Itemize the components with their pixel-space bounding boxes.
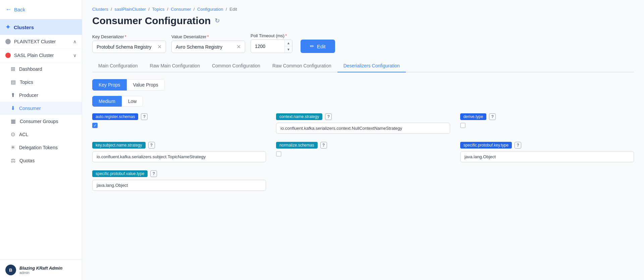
spinner-down[interactable]: ▼	[285, 46, 292, 53]
breadcrumb-part-0[interactable]: Clusters	[92, 7, 108, 12]
dashboard-icon: ⊞	[11, 66, 15, 72]
prop-input-specific-protobuf-key-type[interactable]	[460, 151, 634, 162]
acl-icon: ⊙	[11, 131, 15, 137]
clusters-icon: ✦	[5, 23, 10, 31]
priority-buttons: MediumLow	[92, 96, 634, 107]
consumer-groups-icon: ▦	[11, 118, 16, 124]
prop-item-specific-protobuf-key-type: specific.protobuf.key.type?	[460, 142, 634, 162]
breadcrumb-part-3[interactable]: Consumer	[171, 7, 191, 12]
help-icon-normalize-schemas[interactable]: ?	[320, 142, 327, 149]
tab-common-config[interactable]: Common Configuration	[206, 60, 266, 72]
prop-header-context-name-strategy: context.name.strategy?	[276, 113, 450, 120]
prop-item-key-subject-name-strategy: key.subject.name.strategy?	[92, 142, 266, 162]
prop-tag-derive-type: derive.type	[460, 113, 487, 120]
prop-checkbox-wrap-normalize-schemas	[276, 151, 450, 157]
breadcrumb-part-5: Edit	[229, 7, 237, 12]
spinner-up[interactable]: ▲	[285, 40, 292, 46]
prop-header-derive-type: derive.type?	[460, 113, 634, 120]
help-icon-context-name-strategy[interactable]: ?	[325, 113, 332, 120]
prop-tag-specific-protobuf-key-type: specific.protobuf.key.type	[460, 142, 512, 149]
prop-input-context-name-strategy[interactable]	[276, 123, 450, 134]
prop-checkbox-auto-register-schemas[interactable]: ✓	[92, 123, 98, 128]
help-icon-auto-register-schemas[interactable]: ?	[141, 113, 148, 120]
consumer-label: Consumer	[19, 106, 41, 111]
edit-button-label: Edit	[317, 44, 326, 49]
plaintext-cluster-label: PLAINTEXT Cluster	[14, 39, 56, 44]
clusters-label: Clusters	[14, 24, 34, 30]
sidebar-item-delegation-tokens[interactable]: ✳ Delegation Tokens	[0, 141, 82, 154]
sub-tabs: Key PropsValue Props	[92, 79, 634, 91]
breadcrumb-part-1[interactable]: saslPlainCluster	[115, 7, 146, 12]
poll-timeout-label: Poll Timeout (ms)*	[251, 33, 292, 38]
back-button[interactable]: ← Back	[0, 0, 82, 19]
prop-tag-normalize-schemas: normalize.schemas	[276, 142, 317, 149]
prop-checkbox-derive-type[interactable]	[460, 123, 466, 128]
help-icon-specific-protobuf-key-type[interactable]: ?	[515, 142, 521, 149]
cluster-dot-red	[5, 53, 11, 58]
delegation-tokens-icon: ✳	[11, 144, 15, 151]
priority-btn-low[interactable]: Low	[122, 96, 143, 107]
edit-button[interactable]: ✏ Edit	[301, 40, 335, 53]
prop-tag-specific-protobuf-value-type: specific.protobuf.value.type	[92, 170, 148, 177]
consumer-icon: ⬇	[11, 105, 15, 111]
sidebar-item-producer[interactable]: ⬆ Producer	[0, 89, 82, 102]
prop-checkbox-wrap-auto-register-schemas: ✓	[92, 123, 266, 128]
prop-header-specific-protobuf-key-type: specific.protobuf.key.type?	[460, 142, 634, 149]
value-deserializer-clear[interactable]: ✕	[236, 44, 241, 50]
user-profile: B Blazing KRaft Admin admin	[0, 260, 82, 280]
breadcrumb-part-4[interactable]: Configuration	[197, 7, 223, 12]
prop-input-specific-protobuf-value-type[interactable]	[92, 180, 266, 191]
clusters-section[interactable]: ✦ Clusters	[0, 19, 82, 35]
poll-timeout-input[interactable]	[251, 41, 284, 52]
sidebar-item-acl[interactable]: ⊙ ACL	[0, 128, 82, 141]
sidebar-item-consumer[interactable]: ⬇ Consumer	[0, 102, 82, 115]
consumer-groups-label: Consumer Groups	[20, 119, 58, 124]
sub-tab-key-props[interactable]: Key Props	[92, 79, 127, 91]
sasl-cluster-item[interactable]: SASL Plain Cluster ∨	[0, 49, 82, 62]
sub-tab-value-props[interactable]: Value Props	[127, 79, 165, 91]
priority-btn-medium[interactable]: Medium	[92, 96, 122, 107]
sasl-cluster-label: SASL Plain Cluster	[14, 53, 54, 58]
topics-label: Topics	[20, 79, 33, 85]
tab-deserializers[interactable]: Deserializers Configuration	[337, 60, 406, 72]
plaintext-cluster-item[interactable]: PLAINTEXT Cluster ∧	[0, 35, 82, 49]
tab-raw-main[interactable]: Raw Main Configuration	[144, 60, 206, 72]
key-deserializer-group: Key Deserializer* Protobuf Schema Regist…	[92, 34, 166, 53]
help-icon-derive-type[interactable]: ?	[489, 113, 496, 120]
tab-main-config[interactable]: Main Configuration	[92, 60, 144, 72]
key-deserializer-clear[interactable]: ✕	[157, 44, 162, 50]
help-icon-specific-protobuf-value-type[interactable]: ?	[150, 170, 157, 177]
prop-item-auto-register-schemas: auto.register.schemas?✓	[92, 113, 266, 134]
breadcrumb: Clusters / saslPlainCluster / Topics / C…	[92, 7, 634, 12]
prop-item-normalize-schemas: normalize.schemas?	[276, 142, 450, 162]
value-deserializer-select[interactable]: Avro Schema Registry ✕	[171, 41, 245, 53]
sidebar-item-quotas[interactable]: ⚖ Quotas	[0, 154, 82, 167]
tab-raw-common[interactable]: Raw Common Configuration	[266, 60, 337, 72]
prop-item-specific-protobuf-value-type: specific.protobuf.value.type?	[92, 170, 266, 191]
refresh-icon[interactable]: ↻	[215, 17, 220, 24]
prop-item-context-name-strategy: context.name.strategy?	[276, 113, 450, 134]
breadcrumb-part-2[interactable]: Topics	[152, 7, 165, 12]
poll-timeout-group: Poll Timeout (ms)* ▲ ▼	[251, 33, 292, 53]
sidebar-item-topics[interactable]: ▤ Topics	[0, 75, 82, 89]
props-grid: auto.register.schemas?✓context.name.stra…	[92, 113, 634, 191]
quotas-label: Quotas	[19, 158, 35, 163]
dashboard-label: Dashboard	[19, 66, 42, 72]
poll-timeout-field[interactable]: ▲ ▼	[251, 40, 292, 53]
fields-row: Key Deserializer* Protobuf Schema Regist…	[92, 33, 634, 53]
back-label: Back	[14, 7, 25, 12]
page-title: Consumer Configuration ↻	[92, 15, 634, 26]
sidebar-item-consumer-groups[interactable]: ▦ Consumer Groups	[0, 115, 82, 128]
back-arrow-icon: ←	[5, 6, 11, 13]
producer-icon: ⬆	[11, 92, 15, 98]
pencil-icon: ✏	[310, 43, 314, 49]
delegation-tokens-label: Delegation Tokens	[19, 145, 58, 150]
prop-input-key-subject-name-strategy[interactable]	[92, 151, 266, 162]
sidebar-item-dashboard[interactable]: ⊞ Dashboard	[0, 62, 82, 75]
prop-checkbox-normalize-schemas[interactable]	[276, 151, 281, 157]
prop-checkbox-wrap-derive-type	[460, 123, 634, 128]
key-deserializer-select[interactable]: Protobuf Schema Registry ✕	[92, 41, 166, 53]
topics-icon: ▤	[11, 79, 16, 85]
help-icon-key-subject-name-strategy[interactable]: ?	[148, 142, 155, 149]
user-name: Blazing KRaft Admin	[19, 266, 62, 271]
